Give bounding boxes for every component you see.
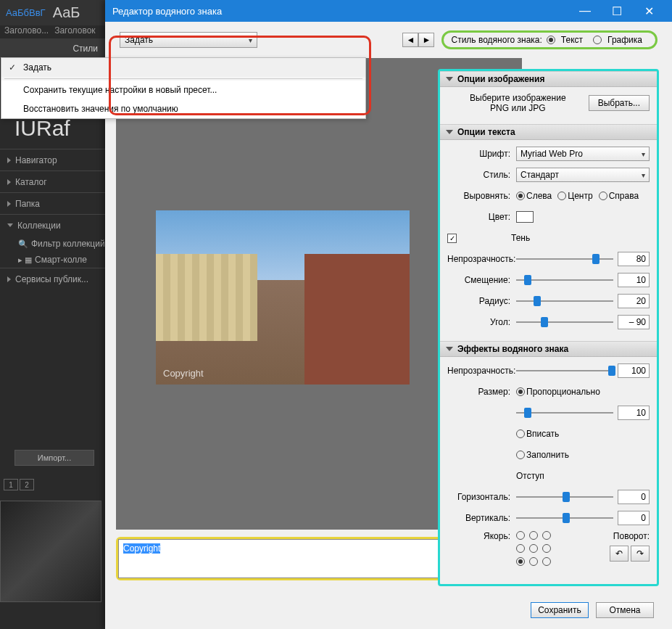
filter-collections[interactable]: 🔍 Фильтр коллекций [0,236,105,252]
nav-collections[interactable]: Коллекции [0,214,105,236]
inset-label: Отступ [516,471,544,481]
thumbnail-image[interactable] [0,501,101,602]
inset-h-input[interactable]: 0 [618,490,650,504]
wm-opacity-slider[interactable] [516,363,613,378]
save-button[interactable]: Сохранить [531,602,589,618]
cancel-button[interactable]: Отмена [596,602,654,618]
header-label-1: Заголово... [4,25,49,38]
watermark-preview-text: Copyright [163,368,204,379]
settings-panel: Опции изображения Выберите изображение P… [438,69,659,586]
nav-publish[interactable]: Сервисы публик... [0,268,105,289]
preset-combobox[interactable]: Задать ▾ [120,32,257,48]
size-fit-radio[interactable] [516,429,525,438]
shadow-checkbox[interactable] [447,234,457,243]
section-image-options[interactable]: Опции изображения [440,71,657,87]
anchor-grid[interactable] [516,531,554,569]
shadow-opacity-slider[interactable] [516,252,613,266]
shadow-angle-input[interactable]: – 90 [618,315,650,329]
dd-item-restore-defaults[interactable]: Восстановить значения по умолчанию [1,99,365,118]
smart-collection[interactable]: ▸ ▦ Смарт-колле [0,252,105,268]
nav-catalog[interactable]: Каталог [0,170,105,192]
prev-button[interactable]: ◄ [402,33,418,47]
shadow-offset-slider[interactable] [516,273,613,287]
size-slider[interactable] [516,406,613,420]
shadow-radius-slider[interactable] [516,294,613,308]
nav-panel: Навигатор Каталог Папка Коллекции 🔍 Филь… [0,149,105,289]
inset-v-slider[interactable] [516,511,613,525]
minimize-button[interactable]: — [569,0,601,22]
choose-image-button[interactable]: Выбрать... [589,95,650,111]
size-input[interactable]: 10 [618,406,650,420]
align-left-radio[interactable] [516,192,525,200]
dd-item-set[interactable]: Задать [1,58,365,77]
shadow-angle-slider[interactable] [516,315,613,329]
styles-label: Стили [72,44,98,54]
rotate-left-button[interactable]: ↶ [610,546,629,562]
watermark-style-group: Стиль водяного знака: Текст Графика [441,30,658,49]
maximize-button[interactable]: ☐ [601,0,633,22]
size-fill-radio[interactable] [516,451,525,459]
shadow-radius-input[interactable]: 20 [618,294,650,308]
align-right-radio[interactable] [599,192,607,200]
filmstrip-toggle[interactable]: 12 [4,479,34,490]
color-picker[interactable] [516,211,534,223]
next-button[interactable]: ► [418,33,434,47]
header-label-2: Заголовок [54,25,95,38]
align-center-radio[interactable] [557,192,566,200]
img-hint-1: Выберите изображение [447,93,589,103]
preview-image: Copyright [156,210,410,385]
import-button[interactable]: Импорт... [14,450,94,466]
preset-value: Задать [125,35,153,45]
section-watermark-fx[interactable]: Эффекты водяного знака [440,341,657,357]
nav-folder[interactable]: Папка [0,192,105,214]
radio-text[interactable] [547,36,555,44]
size-prop-radio[interactable] [516,387,525,396]
font-select[interactable]: Myriad Web Pro▾ [516,147,650,161]
chevron-down-icon: ▾ [249,36,252,44]
brand-text: IURaf [14,116,70,141]
close-button[interactable]: ✕ [633,0,665,22]
dialog-title: Редактор водяного знака [112,6,569,17]
inset-v-input[interactable]: 0 [618,511,650,525]
img-hint-2: PNG или JPG [447,103,589,113]
inset-h-slider[interactable] [516,490,613,504]
titlebar: Редактор водяного знака — ☐ ✕ [105,0,672,22]
rotate-label: Поворот: [554,531,650,541]
styles-bar: Стили [0,38,105,58]
preset-dropdown-menu: Задать Сохранить текущие настройки в нов… [1,57,366,119]
shadow-offset-input[interactable]: 10 [618,273,650,287]
radio-graphic[interactable] [593,36,602,44]
fontstyle-select[interactable]: Стандарт▾ [516,168,650,182]
wm-opacity-input[interactable]: 100 [618,363,650,378]
rotate-right-button[interactable]: ↷ [631,546,650,562]
shadow-label: Тень [511,233,530,243]
shadow-opacity-input[interactable]: 80 [618,252,650,266]
watermark-editor-dialog: Редактор водяного знака — ☐ ✕ Задать ▾ ◄… [105,0,672,629]
style-group-label: Стиль водяного знака: [451,35,542,45]
dd-item-save-preset[interactable]: Сохранить текущие настройки в новый прес… [1,81,365,99]
nav-navigator[interactable]: Навигатор [0,149,105,170]
style-sample-1: АаБбВвГ [6,7,46,18]
section-text-options[interactable]: Опции текста [440,124,657,140]
style-sample-2: АаБ [53,4,80,21]
